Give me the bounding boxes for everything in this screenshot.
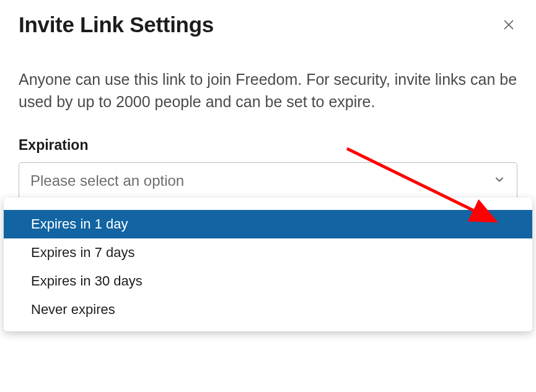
expiration-select[interactable]: Please select an option	[19, 162, 517, 199]
expiration-label: Expiration	[19, 137, 517, 154]
dialog-description: Anyone can use this link to join Freedom…	[19, 68, 517, 113]
expiration-dropdown: Expires in 1 day Expires in 7 days Expir…	[4, 198, 532, 331]
dialog-header: Invite Link Settings	[19, 12, 517, 37]
chevron-down-icon	[493, 173, 506, 188]
expiration-placeholder: Please select an option	[30, 172, 184, 189]
dropdown-option[interactable]: Expires in 1 day	[4, 210, 532, 238]
dropdown-option[interactable]: Expires in 30 days	[4, 267, 532, 295]
dialog-title: Invite Link Settings	[19, 12, 214, 37]
dropdown-option[interactable]: Never expires	[4, 295, 532, 324]
close-button[interactable]	[500, 16, 517, 33]
close-icon	[502, 18, 516, 32]
dropdown-option[interactable]: Expires in 7 days	[4, 238, 532, 267]
expiration-select-wrapper: Please select an option Expires in 1 day…	[19, 162, 517, 199]
